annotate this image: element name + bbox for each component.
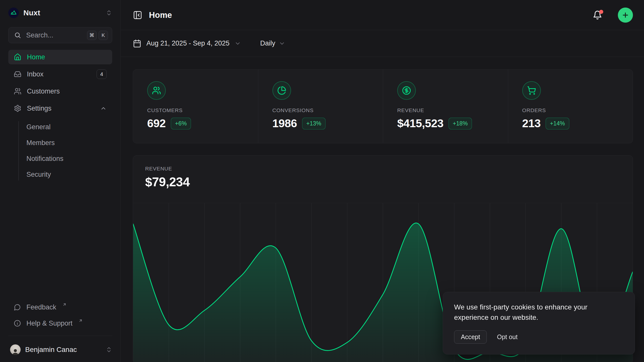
- notifications-button[interactable]: [593, 10, 602, 20]
- sidebar-item-label: Customers: [27, 87, 60, 95]
- message-bubble-icon: [14, 304, 21, 311]
- date-range-picker[interactable]: Aug 21, 2025 - Sep 4, 2025: [133, 39, 241, 48]
- chevron-down-icon: [234, 40, 241, 47]
- chevrons-up-down-icon[interactable]: [106, 10, 112, 16]
- external-link-icon: [78, 319, 83, 323]
- stat-delta-badge: +6%: [171, 118, 191, 129]
- search-input[interactable]: Search... ⌘ K: [8, 27, 112, 43]
- kbd-k: K: [99, 31, 108, 40]
- stat-label: ORDERS: [522, 107, 633, 113]
- search-icon: [14, 32, 21, 39]
- stat-card-orders[interactable]: ORDERS 213 +14%: [508, 70, 633, 143]
- cookie-banner: We use first-party cookies to enhance yo…: [443, 292, 635, 354]
- sidebar-item-inbox[interactable]: Inbox 4: [8, 67, 112, 81]
- granularity-value: Daily: [260, 39, 275, 47]
- kbd-cmd: ⌘: [87, 31, 97, 40]
- feedback-label: Feedback: [26, 303, 56, 311]
- accept-cookies-button[interactable]: Accept: [454, 330, 487, 344]
- cookie-message: We use first-party cookies to enhance yo…: [454, 302, 610, 323]
- stat-label: CONVERSIONS: [272, 107, 383, 113]
- opt-out-button[interactable]: Opt out: [497, 333, 517, 341]
- stat-card-revenue[interactable]: REVENUE $415,523 +18%: [383, 70, 508, 143]
- page-title: Home: [149, 10, 586, 20]
- stat-value: 1986: [272, 117, 297, 130]
- calendar-icon: [133, 39, 141, 48]
- divider: [8, 336, 112, 336]
- shopping-cart-icon: [522, 81, 541, 100]
- sidebar-item-security[interactable]: Security: [18, 167, 112, 183]
- sidebar-item-label: Settings: [27, 105, 52, 112]
- stat-label: REVENUE: [397, 107, 508, 113]
- gear-icon: [14, 105, 21, 112]
- users-icon: [147, 81, 166, 100]
- settings-sub-list: General Members Notifications Security: [18, 119, 112, 183]
- external-link-icon: [62, 302, 67, 307]
- workspace-switcher[interactable]: Nuxt: [0, 0, 120, 24]
- stat-value: 692: [147, 117, 166, 130]
- filters-toolbar: Aug 21, 2025 - Sep 4, 2025 Daily: [121, 30, 644, 57]
- notification-dot: [599, 10, 603, 14]
- sidebar: Nuxt Search... ⌘ K Home Inbox 4: [0, 0, 121, 362]
- user-menu[interactable]: Benjamin Canac: [0, 338, 120, 362]
- users-icon: [14, 87, 21, 95]
- search-placeholder: Search...: [26, 31, 82, 39]
- sidebar-item-label: Home: [27, 53, 45, 61]
- sidebar-item-customers[interactable]: Customers: [8, 84, 112, 99]
- avatar: [10, 344, 21, 355]
- stat-delta-badge: +18%: [449, 118, 472, 129]
- help-support-label: Help & Support: [26, 320, 72, 327]
- pie-chart-icon: [272, 81, 291, 100]
- nuxt-logo-icon: [8, 8, 19, 18]
- sidebar-item-members[interactable]: Members: [18, 135, 112, 151]
- stat-value: $415,523: [397, 117, 444, 130]
- dollar-circle-icon: [397, 81, 416, 100]
- sidebar-item-general[interactable]: General: [18, 119, 112, 135]
- home-icon: [14, 53, 21, 61]
- date-range-value: Aug 21, 2025 - Sep 4, 2025: [146, 39, 229, 47]
- help-support-link[interactable]: Help & Support: [8, 316, 112, 331]
- inbox-count-badge: 4: [97, 69, 107, 79]
- sidebar-item-notifications[interactable]: Notifications: [18, 151, 112, 167]
- stat-card-customers[interactable]: CUSTOMERS 692 +6%: [133, 70, 258, 143]
- sidebar-nav: Home Inbox 4 Customers Settings: [0, 50, 120, 183]
- feedback-link[interactable]: Feedback: [8, 300, 112, 314]
- chevron-down-icon: [279, 40, 285, 47]
- stats-grid: CUSTOMERS 692 +6% CONVERSIONS 1986 +13%: [133, 69, 633, 143]
- page-header: Home: [121, 0, 644, 30]
- collapse-sidebar-icon[interactable]: [133, 10, 142, 20]
- sidebar-item-settings[interactable]: Settings: [8, 101, 112, 116]
- inbox-icon: [14, 70, 21, 78]
- info-circle-icon: [14, 320, 21, 327]
- sidebar-item-label: Inbox: [27, 70, 44, 78]
- chevrons-up-down-icon: [106, 346, 112, 353]
- add-button[interactable]: [618, 8, 633, 23]
- stat-value: 213: [522, 117, 541, 130]
- stat-delta-badge: +14%: [546, 118, 569, 129]
- revenue-chart-value: $79,234: [145, 175, 621, 189]
- sidebar-footer: Feedback Help & Support: [0, 300, 120, 338]
- revenue-chart-label: REVENUE: [145, 166, 621, 172]
- stat-label: CUSTOMERS: [147, 107, 258, 113]
- workspace-name: Nuxt: [23, 9, 101, 17]
- sidebar-item-home[interactable]: Home: [8, 50, 112, 64]
- user-name: Benjamin Canac: [25, 346, 101, 354]
- stat-delta-badge: +13%: [302, 118, 326, 129]
- chevron-up-icon: [100, 105, 107, 112]
- stat-card-conversions[interactable]: CONVERSIONS 1986 +13%: [258, 70, 383, 143]
- granularity-select[interactable]: Daily: [260, 39, 285, 47]
